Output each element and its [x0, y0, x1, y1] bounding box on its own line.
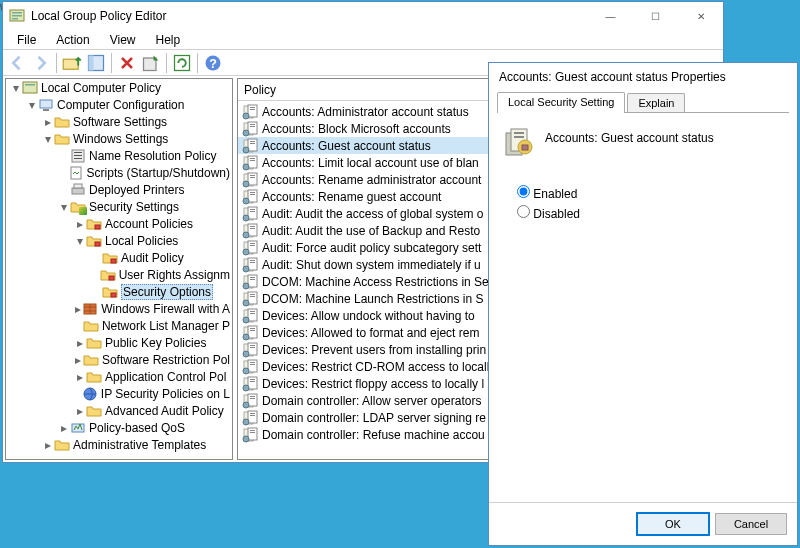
svg-rect-133 [514, 136, 524, 138]
dialog-buttons: OK Cancel [489, 502, 797, 545]
toolbar-refresh[interactable] [171, 52, 193, 74]
svg-point-84 [243, 283, 249, 289]
svg-point-114 [243, 385, 249, 391]
tree-security-options[interactable]: Security Options [88, 283, 232, 300]
tree-windows-firewall[interactable]: ▸Windows Firewall with A [72, 300, 232, 317]
folder-lock-icon [100, 267, 116, 283]
toolbar-delete[interactable] [116, 52, 138, 74]
tree-name-resolution[interactable]: Name Resolution Policy [56, 147, 232, 164]
svg-rect-33 [250, 109, 255, 110]
tree-policy-qos[interactable]: ▸Policy-based QoS [56, 419, 232, 436]
tree-computer-config[interactable]: ▾Computer Configuration [24, 96, 232, 113]
svg-point-124 [243, 419, 249, 425]
toolbar-up[interactable] [61, 52, 83, 74]
folder-lock-icon [102, 284, 118, 300]
tree-ip-security[interactable]: IP Security Policies on L [72, 385, 232, 402]
tree-application-control[interactable]: ▸Application Control Pol [72, 368, 232, 385]
expand-icon[interactable]: ▸ [74, 337, 86, 349]
tree-public-key[interactable]: ▸Public Key Policies [72, 334, 232, 351]
svg-point-39 [243, 130, 249, 136]
tab-explain[interactable]: Explain [627, 93, 685, 112]
svg-rect-24 [111, 259, 116, 263]
dialog-body: Accounts: Guest account status Enabled D… [489, 113, 797, 239]
radio-disabled[interactable]: Disabled [517, 205, 783, 221]
expand-icon[interactable]: ▸ [42, 116, 54, 128]
svg-rect-98 [250, 330, 255, 331]
svg-rect-43 [250, 143, 255, 144]
expand-icon[interactable]: ▸ [58, 422, 70, 434]
policy-item-icon [242, 257, 258, 273]
svg-rect-102 [250, 345, 255, 346]
expand-icon[interactable]: ▸ [74, 405, 86, 417]
toolbar-help[interactable]: ? [202, 52, 224, 74]
collapse-icon[interactable]: ▾ [10, 82, 22, 94]
tree-account-policies[interactable]: ▸Account Policies [72, 215, 232, 232]
svg-point-129 [243, 436, 249, 442]
toolbar-back[interactable] [6, 52, 28, 74]
svg-rect-6 [89, 55, 94, 70]
toolbar-forward[interactable] [30, 52, 52, 74]
svg-rect-127 [250, 430, 255, 431]
svg-rect-132 [514, 132, 524, 134]
svg-rect-17 [74, 155, 82, 156]
svg-rect-58 [250, 194, 255, 195]
tree-software-restriction[interactable]: ▸Software Restriction Pol [72, 351, 232, 368]
policy-name-label: Accounts: Guest account status [503, 127, 783, 145]
expand-icon[interactable]: ▸ [74, 303, 82, 315]
close-button[interactable]: ✕ [678, 2, 723, 30]
tree-root[interactable]: ▾Local Computer Policy [8, 79, 232, 96]
policy-item-icon [242, 155, 258, 171]
svg-point-119 [243, 402, 249, 408]
policy-item-icon [242, 393, 258, 409]
menu-file[interactable]: File [7, 31, 46, 49]
ok-button[interactable]: OK [637, 513, 709, 535]
tree-advanced-audit[interactable]: ▸Advanced Audit Policy [72, 402, 232, 419]
policy-row-label: Accounts: Limit local account use of bla… [262, 156, 479, 170]
tree-admin-templates[interactable]: ▸Administrative Templates [40, 436, 232, 453]
tree-audit-policy[interactable]: Audit Policy [88, 249, 232, 266]
expand-icon[interactable]: ▸ [42, 439, 54, 451]
radio-enabled[interactable]: Enabled [517, 185, 783, 201]
folder-icon [83, 352, 99, 368]
tree-security-settings[interactable]: ▾Security Settings [56, 198, 232, 215]
collapse-icon[interactable]: ▾ [42, 133, 54, 145]
menu-action[interactable]: Action [46, 31, 99, 49]
tab-local-security[interactable]: Local Security Setting [497, 92, 625, 113]
list-icon [70, 148, 86, 164]
script-icon [68, 165, 84, 181]
svg-rect-83 [250, 279, 255, 280]
tree-user-rights[interactable]: User Rights Assignm [88, 266, 232, 283]
tree-network-list[interactable]: Network List Manager P [72, 317, 232, 334]
svg-rect-63 [250, 211, 255, 212]
toolbar-export[interactable] [140, 52, 162, 74]
svg-point-79 [243, 266, 249, 272]
cancel-button[interactable]: Cancel [715, 513, 787, 535]
tree-local-policies[interactable]: ▾Local Policies [72, 232, 232, 249]
policy-row-label: Devices: Allow undock without having to [262, 309, 475, 323]
tree-scripts[interactable]: Scripts (Startup/Shutdown) [56, 164, 232, 181]
expand-icon[interactable]: ▸ [74, 218, 86, 230]
expand-icon[interactable]: ▸ [74, 354, 83, 366]
folder-lock-icon [102, 250, 118, 266]
tree-deployed-printers[interactable]: Deployed Printers [56, 181, 232, 198]
collapse-icon[interactable]: ▾ [26, 99, 38, 111]
menu-help[interactable]: Help [146, 31, 191, 49]
policy-item-icon [242, 274, 258, 290]
maximize-button[interactable]: ☐ [633, 2, 678, 30]
tree-windows-settings[interactable]: ▾Windows Settings [40, 130, 232, 147]
tree-software-settings[interactable]: ▸Software Settings [40, 113, 232, 130]
policy-row-label: Accounts: Block Microsoft accounts [262, 122, 451, 136]
tree-pane[interactable]: ▾Local Computer Policy ▾Computer Configu… [5, 78, 233, 460]
expand-icon[interactable]: ▸ [74, 371, 86, 383]
collapse-icon[interactable]: ▾ [74, 235, 86, 247]
svg-rect-11 [23, 82, 37, 93]
minimize-button[interactable]: — [588, 2, 633, 30]
policy-item-icon [242, 410, 258, 426]
folder-lock-icon [86, 216, 102, 232]
svg-rect-8 [175, 55, 190, 70]
toolbar-showhide[interactable] [85, 52, 107, 74]
policy-setting-icon [503, 127, 535, 159]
collapse-icon[interactable]: ▾ [58, 201, 70, 213]
menu-view[interactable]: View [100, 31, 146, 49]
svg-rect-2 [12, 15, 22, 17]
